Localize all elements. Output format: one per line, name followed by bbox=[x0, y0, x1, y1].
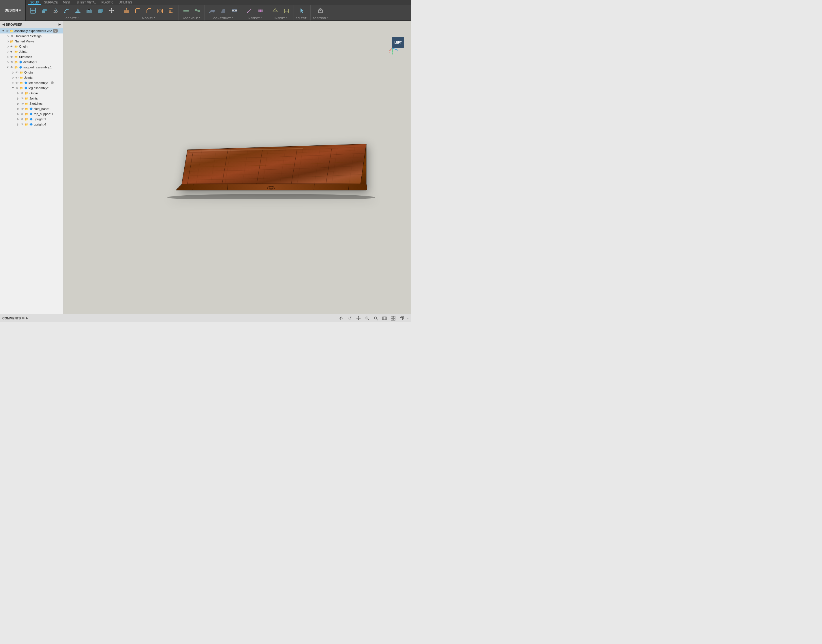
construct-label[interactable]: CONSTRUCT ▾ bbox=[213, 16, 233, 20]
eye-icon-leg[interactable]: 👁 bbox=[15, 86, 19, 90]
tree-item-la-origin[interactable]: ▷ 👁 📂 Origin bbox=[0, 90, 63, 96]
press-pull-btn[interactable] bbox=[121, 6, 132, 15]
inspect-label[interactable]: INSPECT ▾ bbox=[248, 16, 262, 20]
tab-surface[interactable]: SURFACE bbox=[42, 1, 60, 5]
viewport[interactable]: LEFT X Z Y bbox=[63, 21, 411, 314]
tree-item-la-sketches[interactable]: ▷ 👁 📂 Sketches bbox=[0, 101, 63, 106]
expand-sled-base[interactable]: ▷ bbox=[16, 107, 20, 111]
tree-item-top-support[interactable]: ▷ 👁 📂 🔷 top_support:1 bbox=[0, 111, 63, 117]
tree-item-named-views[interactable]: ▷ 📂 Named Views bbox=[0, 39, 63, 44]
tree-item-la-joints[interactable]: ▷ 👁 📂 Joints bbox=[0, 96, 63, 101]
eye-icon-top-support[interactable]: 👁 bbox=[20, 112, 24, 116]
eye-icon-desktop1[interactable]: 👁 bbox=[10, 60, 14, 64]
expand-sa-origin[interactable]: ▷ bbox=[11, 71, 15, 74]
as-built-joint-btn[interactable] bbox=[192, 6, 203, 15]
plane-angle-btn[interactable] bbox=[218, 6, 229, 15]
tree-item-upright1[interactable]: ▷ 👁 📂 🔷 upright:1 bbox=[0, 117, 63, 122]
expand-leg-assembly[interactable]: ▼ bbox=[11, 86, 15, 90]
insert-svg-btn[interactable]: SVG bbox=[281, 6, 292, 15]
eye-icon-sa-origin[interactable]: 👁 bbox=[15, 71, 19, 74]
eye-icon-joints[interactable]: 👁 bbox=[10, 50, 14, 54]
expand-doc-settings[interactable]: ▷ bbox=[6, 34, 10, 38]
eye-icon-upright1[interactable]: 👁 bbox=[20, 117, 24, 121]
offset-plane-btn[interactable] bbox=[207, 6, 217, 15]
nav-zoom-fit-btn[interactable] bbox=[373, 315, 379, 321]
eye-icon-sketches[interactable]: 👁 bbox=[10, 55, 14, 59]
eye-icon-origin[interactable]: 👁 bbox=[10, 44, 14, 49]
interference-btn[interactable] bbox=[255, 6, 266, 15]
box-btn[interactable] bbox=[95, 6, 106, 15]
tab-mesh[interactable]: MESH bbox=[61, 1, 73, 5]
eye-icon-sled[interactable]: 👁 bbox=[20, 107, 24, 111]
sweep-btn[interactable] bbox=[61, 6, 72, 15]
eye-icon-la[interactable]: 👁 bbox=[15, 81, 19, 85]
comments-add-icon[interactable]: ⊕ bbox=[22, 316, 24, 320]
design-button[interactable]: DESIGN ▾ bbox=[0, 0, 26, 20]
expand-top-support[interactable]: ▷ bbox=[16, 112, 20, 116]
midplane-btn[interactable] bbox=[229, 6, 240, 15]
expand-named-views[interactable]: ▷ bbox=[6, 39, 10, 43]
browser-collapse-icon[interactable]: ◀ bbox=[2, 23, 5, 26]
expand-upright1[interactable]: ▷ bbox=[16, 117, 20, 121]
eye-icon-doc[interactable]: 👁 bbox=[5, 29, 9, 33]
eye-icon-la-joints[interactable]: 👁 bbox=[20, 97, 24, 100]
move-btn[interactable] bbox=[106, 6, 117, 15]
tab-plastic[interactable]: PLASTIC bbox=[99, 1, 116, 5]
tree-item-support-assembly[interactable]: ▼ 👁 📂 🔷 support_assembly:1 bbox=[0, 64, 63, 70]
nav-pan-btn[interactable] bbox=[355, 315, 362, 321]
display-settings-btn[interactable] bbox=[381, 315, 388, 321]
tab-solid[interactable]: SOLID bbox=[28, 1, 41, 5]
joint-btn[interactable] bbox=[181, 6, 191, 15]
tree-item-sa-origin[interactable]: ▷ 👁 📂 Origin bbox=[0, 70, 63, 75]
expand-la-origin[interactable]: ▷ bbox=[16, 91, 20, 95]
fillet-btn[interactable] bbox=[132, 6, 143, 15]
assemble-label[interactable]: ASSEMBLE ▾ bbox=[183, 16, 201, 20]
tab-sheet-metal[interactable]: SHEET METAL bbox=[74, 1, 99, 5]
tree-item-sa-joints[interactable]: ▷ 👁 📂 Joints bbox=[0, 75, 63, 80]
tree-item-doc-settings[interactable]: ▷ ⚙ Document Settings bbox=[0, 34, 63, 39]
modify-label[interactable]: MODIFY ▾ bbox=[142, 16, 155, 20]
measure-btn[interactable] bbox=[244, 6, 255, 15]
eye-icon-la-origin[interactable]: 👁 bbox=[20, 91, 24, 95]
scale-btn[interactable] bbox=[166, 6, 177, 15]
create-label[interactable]: CREATE ▾ bbox=[66, 16, 79, 20]
insert-label[interactable]: INSERT ▾ bbox=[275, 16, 287, 20]
view-dropdown-arrow[interactable]: ▾ bbox=[407, 317, 409, 320]
nav-home-btn[interactable] bbox=[338, 315, 344, 321]
loft-btn[interactable] bbox=[72, 6, 83, 15]
chamfer-btn[interactable] bbox=[143, 6, 154, 15]
expand-sketches[interactable]: ▷ bbox=[6, 55, 10, 59]
tree-item-leg-assembly[interactable]: ▼ 👁 📂 🔷 leg assembly:1 bbox=[0, 86, 63, 90]
expand-joints[interactable]: ▷ bbox=[6, 50, 10, 54]
view-cube-btn[interactable] bbox=[399, 315, 405, 321]
eye-icon-sa-joints[interactable]: 👁 bbox=[15, 75, 19, 80]
nav-zoom-btn[interactable] bbox=[364, 315, 370, 321]
comments-expand-icon[interactable]: ▶ bbox=[26, 316, 28, 320]
capture-position-btn[interactable] bbox=[315, 6, 326, 15]
browser-expand-icon[interactable]: ▶ bbox=[58, 23, 61, 26]
tree-item-desktop1[interactable]: ▷ 👁 📂 🔷 desktop:1 bbox=[0, 60, 63, 64]
tree-item-joints[interactable]: ▷ 👁 📂 Joints bbox=[0, 49, 63, 54]
expand-desktop1[interactable]: ▷ bbox=[6, 60, 10, 64]
tree-item-doc[interactable]: ▼ 👁 📁 assembly experiments v32 ⚙ bbox=[0, 28, 63, 34]
eye-icon-upright4[interactable]: 👁 bbox=[20, 122, 24, 126]
shell-btn[interactable] bbox=[155, 6, 165, 15]
expand-origin[interactable]: ▷ bbox=[6, 44, 10, 49]
tree-item-origin[interactable]: ▷ 👁 📂 Origin bbox=[0, 44, 63, 49]
expand-la-sketches[interactable]: ▷ bbox=[16, 101, 20, 106]
tree-item-sled-base[interactable]: ▷ 👁 📂 🔷 sled_base:1 bbox=[0, 106, 63, 111]
position-label[interactable]: POSITION ▾ bbox=[312, 16, 328, 20]
expand-sa-joints[interactable]: ▷ bbox=[11, 75, 15, 80]
new-component-btn[interactable] bbox=[28, 6, 38, 15]
select-btn[interactable] bbox=[297, 6, 308, 15]
tree-item-sketches[interactable]: ▷ 👁 📂 Sketches bbox=[0, 54, 63, 60]
eye-icon-la-sketches[interactable]: 👁 bbox=[20, 101, 24, 106]
eye-icon-sa[interactable]: 👁 bbox=[10, 65, 14, 69]
expand-la-joints[interactable]: ▷ bbox=[16, 97, 20, 100]
hole-btn[interactable] bbox=[84, 6, 95, 15]
expand-support-assembly[interactable]: ▼ bbox=[6, 65, 10, 69]
grid-settings-btn[interactable] bbox=[390, 315, 396, 321]
expand-upright4[interactable]: ▷ bbox=[16, 122, 20, 126]
extrude-btn[interactable] bbox=[39, 6, 50, 15]
select-label[interactable]: SELECT ▾ bbox=[295, 16, 309, 20]
